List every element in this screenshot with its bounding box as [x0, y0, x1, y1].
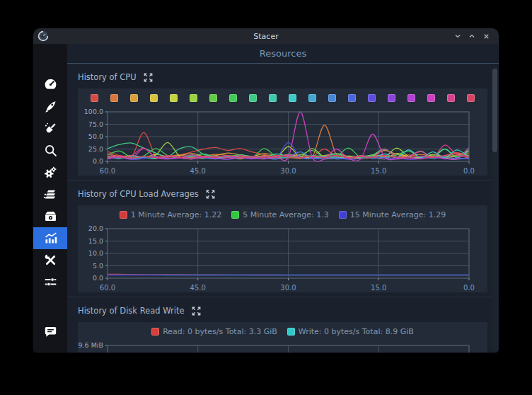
disk-history-chart: 29.6 MiB22.2 MiB [78, 338, 487, 353]
sidebar-item-processes[interactable] [33, 183, 67, 205]
legend-label: 1 Minute Average: 1.22 [131, 210, 221, 219]
legend-swatch [151, 328, 159, 336]
cpu-core-11-swatch [289, 94, 296, 102]
sidebar-item-system-cleaner[interactable] [33, 118, 67, 139]
services-icon [43, 165, 58, 180]
window-title: Stacer [33, 32, 499, 41]
cpu-core-15-swatch [368, 94, 376, 102]
svg-text:50.0: 50.0 [88, 132, 103, 140]
section-title: History of CPU [78, 72, 137, 82]
cpu-core-10-swatch [269, 94, 277, 102]
svg-text:100.0: 100.0 [84, 108, 103, 115]
expand-icon[interactable] [205, 189, 216, 200]
processes-icon [43, 187, 58, 202]
sidebar-spacer [33, 293, 67, 321]
legend-item: 5 Minute Average: 1.3 [231, 210, 328, 219]
section-title: History of CPU Load Averages [78, 189, 199, 199]
legend-swatch [339, 211, 347, 219]
svg-text:20.0: 20.0 [88, 224, 103, 232]
section-divider [67, 297, 499, 297]
cpu-core-12-swatch [308, 94, 316, 102]
sidebar [33, 44, 67, 353]
legend-item: 15 Minute Average: 1.29 [339, 210, 446, 219]
sidebar-item-search[interactable] [33, 139, 67, 161]
startup-apps-icon [43, 99, 58, 114]
cpu-history-chart: 100.075.050.025.00.060.045.030.015.00.0 [78, 105, 487, 176]
dashboard-icon [43, 77, 58, 92]
minimize-button[interactable] [451, 30, 465, 42]
svg-text:10.0: 10.0 [88, 249, 103, 257]
svg-text:25.0: 25.0 [88, 145, 103, 153]
content-area: Resources History of CPU 100.075.050.025 [67, 44, 499, 353]
cpu-core-17-swatch [407, 94, 415, 102]
legend-swatch [120, 211, 127, 219]
sections: History of CPU 100.075.050.025.00.060.04… [67, 71, 499, 353]
svg-text:60.0: 60.0 [100, 284, 115, 292]
sidebar-item-startup-apps[interactable] [33, 96, 67, 118]
section-history-of-cpu: History of CPU 100.075.050.025.00.060.04… [67, 71, 499, 181]
cpu-core-14-swatch [348, 94, 356, 102]
legend-item: Read: 0 bytes/s Total: 3.3 GiB [151, 327, 277, 336]
legend-item: Write: 0 bytes/s Total: 8.9 GiB [287, 327, 414, 336]
sidebar-item-system-tools[interactable] [33, 249, 67, 271]
svg-text:60.0: 60.0 [100, 167, 115, 175]
maximize-button[interactable] [465, 30, 479, 42]
vertical-scrollbar[interactable] [492, 67, 498, 351]
svg-text:45.0: 45.0 [190, 167, 206, 175]
cpu-load-chart: 20.015.010.05.00.060.045.030.015.00.0 [78, 222, 487, 292]
cpu-core-4-swatch [150, 94, 158, 102]
legend-swatch [287, 328, 295, 336]
cpu-core-6-swatch [190, 94, 197, 102]
svg-text:15.0: 15.0 [371, 167, 386, 175]
close-button[interactable] [479, 30, 493, 42]
section-history-of-cpu-load-averages: History of CPU Load Averages 1 Minute Av… [67, 188, 499, 297]
legend-label: Read: 0 bytes/s Total: 3.3 GiB [163, 327, 277, 336]
uninstaller-icon [43, 209, 58, 224]
cpu-core-20-swatch [467, 94, 475, 102]
svg-text:0.0: 0.0 [463, 284, 475, 292]
svg-text:0.0: 0.0 [93, 274, 103, 282]
cpu-core-16-swatch [388, 94, 395, 102]
cpu-core-5-swatch [170, 94, 178, 102]
sidebar-item-dashboard[interactable] [33, 74, 67, 96]
section-title: History of Disk Read Write [78, 306, 185, 316]
screen: Stacer Resources [0, 0, 532, 395]
scrollbar-thumb[interactable] [492, 69, 497, 152]
sidebar-item-resources[interactable] [33, 227, 67, 249]
svg-text:0.0: 0.0 [93, 157, 103, 165]
svg-text:75.0: 75.0 [88, 120, 103, 128]
title-bar[interactable]: Stacer [33, 28, 499, 44]
sidebar-item-services[interactable] [33, 161, 67, 183]
settings-icon [43, 275, 58, 290]
page-header: Resources [67, 44, 499, 64]
svg-text:15.0: 15.0 [371, 284, 386, 292]
feedback-icon [43, 324, 58, 339]
system-cleaner-icon [43, 121, 58, 136]
sidebar-item-uninstaller[interactable] [33, 205, 67, 227]
legend-label: Write: 0 bytes/s Total: 8.9 GiB [299, 327, 414, 336]
cpu-core-13-swatch [328, 94, 336, 102]
window-controls [451, 30, 499, 42]
cpu-core-legend [78, 88, 487, 105]
svg-text:30.0: 30.0 [280, 284, 296, 292]
cpu-core-18-swatch [427, 94, 435, 102]
system-tools-icon [43, 253, 58, 268]
search-icon [43, 143, 58, 158]
section-divider [67, 180, 499, 181]
chevron-up-icon [468, 32, 476, 40]
sidebar-item-settings[interactable] [33, 271, 67, 293]
expand-icon[interactable] [191, 306, 202, 316]
cpu-core-1-swatch [91, 94, 98, 102]
legend-swatch [231, 211, 239, 219]
stacer-window: Stacer Resources [33, 28, 499, 353]
sidebar-item-feedback[interactable] [33, 321, 67, 343]
legend-item: 1 Minute Average: 1.22 [120, 210, 221, 219]
svg-text:45.0: 45.0 [190, 284, 206, 292]
disk-legend: Read: 0 bytes/s Total: 3.3 GiBWrite: 0 b… [78, 322, 487, 338]
svg-text:0.0: 0.0 [463, 167, 475, 175]
cpu-load-legend: 1 Minute Average: 1.225 Minute Average: … [78, 205, 487, 222]
cpu-history-panel: 100.075.050.025.00.060.045.030.015.00.0 [78, 88, 487, 176]
close-icon [482, 33, 490, 40]
expand-icon[interactable] [143, 72, 154, 83]
svg-text:5.0: 5.0 [93, 262, 103, 270]
